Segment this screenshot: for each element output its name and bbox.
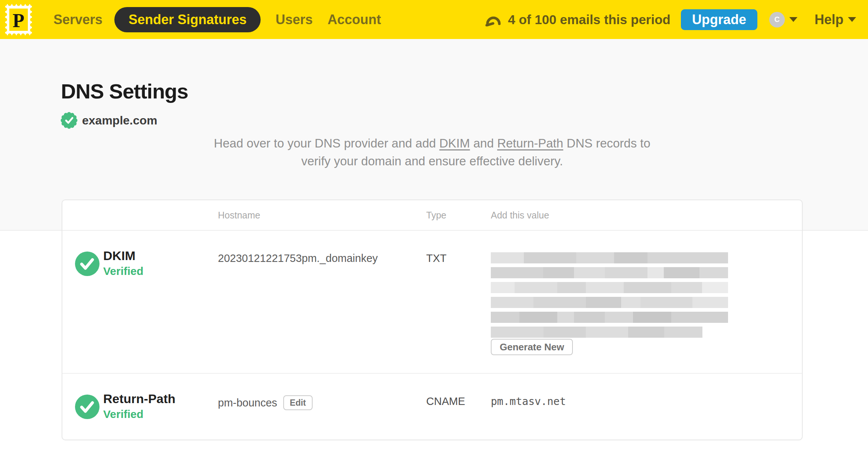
domain-name: example.com xyxy=(82,114,157,127)
generate-new-button[interactable]: Generate New xyxy=(491,339,573,355)
record-name: DKIM xyxy=(103,249,136,263)
hostname-cell: pm-bounces Edit xyxy=(218,395,313,410)
intro-part3: DNS records to xyxy=(563,136,650,150)
help-menu[interactable]: Help xyxy=(815,12,843,27)
upgrade-button[interactable]: Upgrade xyxy=(681,9,757,30)
verified-check-circle-icon xyxy=(75,252,99,276)
nav-item-account[interactable]: Account xyxy=(327,12,381,27)
table-row-return-path: Return-Path Verified pm-bounces Edit CNA… xyxy=(62,374,802,440)
svg-text:P: P xyxy=(13,10,25,31)
column-header-add-this-value: Add this value xyxy=(491,210,549,221)
intro-line2: verify your domain and ensure effective … xyxy=(62,152,803,170)
usage-counter: 4 of 100 emails this period xyxy=(508,12,670,27)
verified-check-circle-icon xyxy=(75,395,99,419)
redacted-value-line xyxy=(491,312,728,323)
postmark-stamp-logo-icon[interactable]: P xyxy=(5,4,32,35)
nav-item-sender-signatures-active[interactable]: Sender Signatures xyxy=(114,7,261,32)
intro-text: Head over to your DNS provider and add D… xyxy=(62,134,803,170)
table-header-row: Hostname Type Add this value xyxy=(62,200,802,231)
type-cell: TXT xyxy=(426,252,447,265)
status-badge: Verified xyxy=(103,265,143,278)
edit-button[interactable]: Edit xyxy=(283,395,313,410)
return-path-link[interactable]: Return-Path xyxy=(497,136,563,150)
intro-part2: and xyxy=(470,136,497,150)
status-badge: Verified xyxy=(103,408,143,421)
verified-seal-icon xyxy=(61,112,78,129)
redacted-value-line xyxy=(491,252,728,263)
verified-domain: example.com xyxy=(61,112,157,129)
nav-item-users[interactable]: Users xyxy=(275,12,313,27)
redacted-value-line xyxy=(491,327,702,338)
column-header-type: Type xyxy=(426,210,446,221)
dkim-hostname: 20230121221753pm._domainkey xyxy=(218,252,378,265)
page-title: DNS Settings xyxy=(61,79,188,103)
dns-records-card: Hostname Type Add this value DKIM Verifi… xyxy=(62,200,803,440)
return-path-value: pm.mtasv.net xyxy=(491,395,566,408)
avatar[interactable]: C xyxy=(769,12,785,27)
hostname-cell: 20230121221753pm._domainkey xyxy=(218,252,378,265)
record-name: Return-Path xyxy=(103,392,176,406)
redacted-value-line xyxy=(491,297,728,308)
intro-part1: Head over to your DNS provider and add xyxy=(214,136,439,150)
dkim-value-redacted xyxy=(491,252,728,341)
type-cell: CNAME xyxy=(426,395,465,408)
dkim-link[interactable]: DKIM xyxy=(439,136,470,150)
redacted-value-line xyxy=(491,267,728,278)
column-header-hostname: Hostname xyxy=(218,210,260,221)
top-nav-bar: P Servers Sender Signatures Users Accoun… xyxy=(0,0,868,39)
table-row-dkim: DKIM Verified 20230121221753pm._domainke… xyxy=(62,231,802,374)
account-menu-chevron-down-icon[interactable] xyxy=(789,17,797,22)
return-path-hostname: pm-bounces xyxy=(218,397,277,409)
help-menu-chevron-down-icon[interactable] xyxy=(848,17,856,22)
dns-settings-page: P Servers Sender Signatures Users Accoun… xyxy=(0,0,868,454)
redacted-value-line xyxy=(491,282,728,293)
nav-item-servers[interactable]: Servers xyxy=(53,12,102,27)
usage-gauge-icon xyxy=(484,13,502,26)
